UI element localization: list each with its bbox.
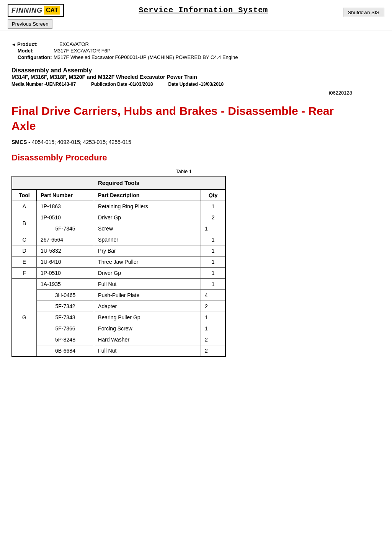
table-row: B1P-0510Driver Gp2: [12, 212, 225, 223]
part-number-cell: 1P-0510: [36, 268, 94, 279]
main-heading: Final Drive Carriers, Hubs and Brakes - …: [11, 103, 356, 133]
cat-logo: CAT: [44, 6, 60, 15]
qty-cell: 2: [201, 212, 225, 223]
table-row: G1A-1935Full Nut1: [12, 279, 225, 290]
part-number-cell: 1P-0510: [36, 212, 94, 223]
description-cell: Driver Gp: [94, 212, 201, 223]
qty-cell: 1: [201, 323, 225, 334]
table-row: 3H-0465Push-Puller Plate4: [12, 290, 225, 301]
qty-cell: 1: [201, 268, 225, 279]
table-header-row: Required Tools: [12, 176, 225, 190]
procedure-heading: Disassembly Procedure: [11, 153, 356, 163]
tool-cell: B: [12, 212, 36, 234]
main-content: ◄ Product: EXCAVATOR Model: M317F EXCAVA…: [0, 31, 368, 368]
part-number-cell: 1U-5832: [36, 245, 94, 257]
table-row: F1P-0510Driver Gp1: [12, 268, 225, 279]
qty-cell: 2: [201, 301, 225, 312]
description-cell: Screw: [94, 223, 201, 234]
doc-id: i06220128: [11, 90, 356, 96]
model-row: Model: M317F EXCAVATOR F6P: [11, 48, 356, 54]
part-number-cell: 6B-6684: [36, 345, 94, 357]
part-number-cell: 267-6564: [36, 234, 94, 245]
product-value: EXCAVATOR: [59, 41, 89, 47]
description-cell: Bearing Puller Gp: [94, 312, 201, 323]
finning-logo: FINNING: [11, 7, 42, 15]
header-center: Service Information System: [64, 4, 343, 15]
tool-cell: F: [12, 268, 36, 279]
config-value: M317F Wheeled Excavator F6P00001-UP (MAC…: [54, 54, 238, 60]
qty-cell: 1: [201, 279, 225, 290]
table-col-headers: Tool Part Number Part Description Qty: [12, 190, 225, 201]
description-cell: Driver Gp: [94, 268, 201, 279]
pub-date: Publication Date -01/03/2018: [91, 82, 153, 87]
page-header: FINNING CAT Previous Screen Service Info…: [0, 0, 392, 31]
logo-box: FINNING CAT: [8, 4, 64, 17]
qty-cell: 1: [201, 245, 225, 257]
tool-cell: E: [12, 257, 36, 268]
qty-cell: 1: [201, 312, 225, 323]
product-row: ◄ Product: EXCAVATOR: [11, 41, 356, 47]
tool-cell: D: [12, 245, 36, 257]
doc-meta: Media Number -UENR6143-07 Publication Da…: [11, 82, 356, 87]
qty-cell: 4: [201, 290, 225, 301]
table-row: 6B-6684Full Nut2: [12, 345, 225, 357]
doc-section: Disassembly and Assembly: [11, 67, 356, 74]
part-number-cell: 5F-7345: [36, 223, 94, 234]
doc-subtitle: M314F, M316F, M318F, M320F and M322F Whe…: [11, 74, 356, 80]
tool-cell: G: [12, 279, 36, 357]
description-cell: Pry Bar: [94, 245, 201, 257]
table-row: 5F-7366Forcing Screw1: [12, 323, 225, 334]
qty-cell: 2: [201, 345, 225, 357]
smcs-line: SMCS - 4054-015; 4092-015; 4253-015; 425…: [11, 139, 356, 145]
col-tool: Tool: [12, 190, 36, 201]
table-caption: Table 1: [11, 168, 356, 174]
product-icon: ◄: [11, 42, 16, 47]
description-cell: Adapter: [94, 301, 201, 312]
shutdown-button[interactable]: Shutdown SIS: [343, 8, 384, 17]
table-row: D1U-5832Pry Bar1: [12, 245, 225, 257]
part-number-cell: 5F-7366: [36, 323, 94, 334]
description-cell: Forcing Screw: [94, 323, 201, 334]
table-row: 5F-7342Adapter2: [12, 301, 225, 312]
config-row: Configuration: M317F Wheeled Excavator F…: [11, 54, 356, 60]
tools-tbody: A1P-1863Retaining Ring Pliers1B1P-0510Dr…: [12, 201, 225, 357]
part-number-cell: 5F-7343: [36, 312, 94, 323]
part-number-cell: 1P-1863: [36, 201, 94, 212]
qty-cell: 1: [201, 223, 225, 234]
part-number-cell: 5P-8248: [36, 334, 94, 345]
config-label: Configuration:: [11, 54, 54, 60]
sis-title: Service Information System: [64, 6, 343, 15]
qty-cell: 1: [201, 201, 225, 212]
required-tools-table: Required Tools Tool Part Number Part Des…: [11, 176, 226, 357]
model-label: Model:: [11, 48, 54, 54]
doc-title: Disassembly and Assembly M314F, M316F, M…: [11, 67, 356, 80]
qty-cell: 2: [201, 334, 225, 345]
tool-cell: A: [12, 201, 36, 212]
smcs-label: SMCS -: [11, 139, 30, 145]
qty-cell: 1: [201, 257, 225, 268]
prev-screen-button[interactable]: Previous Screen: [8, 19, 52, 29]
part-number-cell: 3H-0465: [36, 290, 94, 301]
table-row: E1U-6410Three Jaw Puller1: [12, 257, 225, 268]
qty-cell: 1: [201, 234, 225, 245]
description-cell: Three Jaw Puller: [94, 257, 201, 268]
shutdown-area: Shutdown SIS: [343, 4, 384, 17]
part-number-cell: 5F-7342: [36, 301, 94, 312]
date-updated: Date Updated -13/03/2018: [168, 82, 224, 87]
col-qty: Qty: [201, 190, 225, 201]
table-row: C267-6564Spanner1: [12, 234, 225, 245]
description-cell: Retaining Ring Pliers: [94, 201, 201, 212]
table-row: 5F-7343Bearing Puller Gp1: [12, 312, 225, 323]
part-number-cell: 1A-1935: [36, 279, 94, 290]
media-number: Media Number -UENR6143-07: [11, 82, 76, 87]
description-cell: Full Nut: [94, 279, 201, 290]
tool-cell: C: [12, 234, 36, 245]
table-row: A1P-1863Retaining Ring Pliers1: [12, 201, 225, 212]
description-cell: Hard Washer: [94, 334, 201, 345]
smcs-value: 4054-015; 4092-015; 4253-015; 4255-015: [32, 139, 131, 145]
product-label: Product:: [17, 41, 59, 47]
table-header-cell: Required Tools: [12, 176, 225, 190]
description-cell: Full Nut: [94, 345, 201, 357]
col-part-number: Part Number: [36, 190, 94, 201]
model-value: M317F EXCAVATOR F6P: [54, 48, 111, 54]
